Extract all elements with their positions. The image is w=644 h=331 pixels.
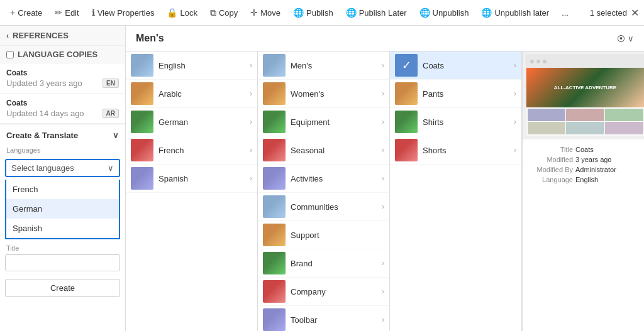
language-dropdown-list: French German Spanish bbox=[5, 180, 120, 239]
chevron-right-icon: › bbox=[250, 174, 252, 183]
column-item-shirts[interactable]: Shirts› bbox=[390, 108, 521, 136]
edit-label: Edit bbox=[65, 8, 79, 18]
language-copies-checkbox[interactable] bbox=[6, 51, 14, 58]
unpublish-label: Unpublish bbox=[433, 8, 469, 18]
chevron-right-icon: › bbox=[382, 146, 384, 155]
move-button[interactable]: ✛ Move bbox=[245, 5, 286, 20]
column-item-women's[interactable]: Women's› bbox=[258, 80, 389, 108]
publish-later-button[interactable]: 🌐 Publish Later bbox=[341, 5, 412, 20]
column-item-equipment[interactable]: Equipment› bbox=[258, 108, 389, 136]
column-item-company[interactable]: Company› bbox=[258, 278, 389, 306]
item-label: Arabic bbox=[158, 89, 245, 99]
chevron-right-icon: › bbox=[382, 315, 384, 324]
item-thumbnail bbox=[263, 280, 286, 303]
preview-dot-3 bbox=[543, 60, 547, 63]
column-item-men's[interactable]: Men's› bbox=[258, 52, 389, 80]
detail-language-row: Language English bbox=[529, 176, 641, 183]
detail-modified-val: 3 years ago bbox=[575, 156, 611, 163]
detail-modified-by-key: Modified By bbox=[529, 166, 573, 173]
column-subcategories: ✓Coats›Pants›Shirts›Shorts› bbox=[390, 52, 522, 331]
publish-later-icon: 🌐 bbox=[346, 8, 357, 18]
edit-icon: ✏ bbox=[55, 8, 62, 18]
ref-item-coats-en-meta: Updated 3 years ago EN bbox=[6, 79, 119, 88]
column-item-seasonal[interactable]: Seasonal› bbox=[258, 136, 389, 165]
ref-item-coats-ar[interactable]: Coats Updated 14 days ago AR bbox=[0, 94, 125, 124]
sidebar: ‹ REFERENCES LANGUAGE COPIES Coats Updat… bbox=[0, 26, 126, 331]
references-collapse-icon[interactable]: ‹ bbox=[6, 31, 9, 40]
column-item-french[interactable]: French› bbox=[126, 136, 257, 165]
chevron-right-icon: › bbox=[250, 146, 252, 155]
item-label: French bbox=[158, 146, 245, 155]
item-label: Toolbar bbox=[291, 315, 377, 325]
column-item-pants[interactable]: Pants› bbox=[390, 80, 521, 108]
column-item-spanish[interactable]: Spanish› bbox=[126, 165, 257, 193]
column-item-coats[interactable]: ✓Coats› bbox=[390, 52, 521, 80]
main-layout: ‹ REFERENCES LANGUAGE COPIES Coats Updat… bbox=[0, 26, 644, 331]
dropdown-item-german[interactable]: German bbox=[6, 199, 119, 219]
column-item-communities[interactable]: Communities› bbox=[258, 193, 389, 221]
copy-button[interactable]: ⧉ Copy bbox=[205, 5, 243, 21]
create-button-sidebar[interactable]: Create bbox=[5, 279, 120, 297]
detail-title-row: Title Coats bbox=[529, 146, 641, 153]
unpublish-button[interactable]: 🌐 Unpublish bbox=[414, 5, 474, 20]
chevron-right-icon: › bbox=[514, 89, 516, 98]
column-item-support[interactable]: Support bbox=[258, 221, 389, 249]
column-item-brand[interactable]: Brand› bbox=[258, 249, 389, 278]
item-label: English bbox=[158, 61, 245, 70]
preview-cell-1 bbox=[528, 109, 566, 121]
edit-button[interactable]: ✏ Edit bbox=[50, 5, 84, 20]
item-label: Equipment bbox=[291, 117, 377, 127]
item-thumbnail bbox=[263, 224, 286, 246]
close-selection-button[interactable]: ✕ bbox=[631, 7, 639, 19]
view-properties-button[interactable]: ℹ View Properties bbox=[87, 5, 160, 20]
create-translate-toggle[interactable]: ∨ bbox=[113, 131, 119, 140]
item-thumbnail bbox=[263, 82, 286, 105]
preview-dot-2 bbox=[536, 60, 540, 63]
view-toggle-button[interactable]: ⦿ ∨ bbox=[617, 34, 634, 43]
title-input[interactable] bbox=[5, 254, 120, 271]
preview-header-bar bbox=[526, 55, 645, 68]
ref-item-coats-ar-badge: AR bbox=[103, 109, 119, 118]
references-section-label: REFERENCES bbox=[13, 31, 69, 40]
item-thumbnail bbox=[263, 54, 286, 77]
unpublish-later-icon: 🌐 bbox=[481, 8, 492, 18]
check-icon: ✓ bbox=[402, 58, 411, 72]
create-button[interactable]: + Create bbox=[5, 5, 47, 20]
move-icon: ✛ bbox=[250, 8, 258, 18]
item-label: Shorts bbox=[423, 146, 509, 155]
dropdown-item-spanish[interactable]: Spanish bbox=[6, 219, 119, 238]
item-thumbnail bbox=[131, 82, 153, 105]
references-header: ‹ REFERENCES bbox=[0, 26, 125, 46]
publish-button[interactable]: 🌐 Publish bbox=[288, 5, 338, 20]
columns-layout: English›Arabic›German›French›Spanish› Me… bbox=[126, 52, 644, 331]
detail-language-val: English bbox=[575, 176, 598, 183]
lock-icon: 🔒 bbox=[167, 8, 177, 18]
copy-label: Copy bbox=[219, 8, 238, 18]
unpublish-later-button[interactable]: 🌐 Unpublish later bbox=[476, 5, 554, 20]
chevron-right-icon: › bbox=[250, 117, 252, 126]
more-button[interactable]: ... bbox=[557, 6, 574, 20]
item-label: Communities bbox=[291, 202, 377, 212]
chevron-right-icon: › bbox=[382, 259, 384, 268]
ref-item-coats-en[interactable]: Coats Updated 3 years ago EN bbox=[0, 63, 125, 94]
select-languages-dropdown[interactable]: Select languages ∨ bbox=[5, 159, 120, 177]
lock-button[interactable]: 🔒 Lock bbox=[162, 5, 202, 20]
column-item-german[interactable]: German› bbox=[126, 108, 257, 136]
dropdown-item-french[interactable]: French bbox=[6, 180, 119, 199]
page-title: Men's bbox=[136, 33, 164, 44]
column-item-arabic[interactable]: Arabic› bbox=[126, 80, 257, 108]
item-label: Pants bbox=[423, 89, 509, 99]
languages-label: Languages bbox=[0, 144, 125, 156]
column-item-shorts[interactable]: Shorts› bbox=[390, 136, 521, 165]
item-label: Seasonal bbox=[291, 146, 377, 155]
details-info: Title Coats Modified 3 years ago Modifie… bbox=[523, 139, 644, 192]
item-thumbnail bbox=[263, 167, 286, 190]
chevron-right-icon: › bbox=[382, 202, 384, 211]
create-translate-label: Create & Translate bbox=[6, 131, 78, 140]
chevron-right-icon: › bbox=[514, 117, 516, 126]
column-item-toolbar[interactable]: Toolbar› bbox=[258, 306, 389, 331]
column-item-english[interactable]: English› bbox=[126, 52, 257, 80]
chevron-right-icon: › bbox=[250, 61, 252, 70]
more-label: ... bbox=[562, 8, 569, 18]
column-item-activities[interactable]: Activities› bbox=[258, 165, 389, 193]
